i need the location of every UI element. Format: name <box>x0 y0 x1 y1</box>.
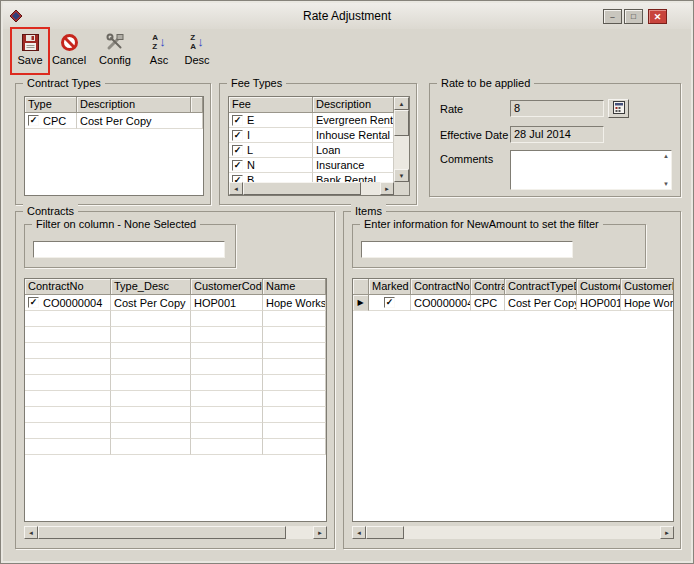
fee-type-row[interactable]: ✓N Insurance <box>229 158 394 173</box>
minimize-button[interactable]: – <box>603 9 622 24</box>
checkbox[interactable]: ✓ <box>232 160 243 171</box>
contract-types-group: Contract Types Type Description ✓ CPC Co… <box>15 83 211 205</box>
item-contract-type: Cost Per Copy <box>505 295 577 311</box>
scroll-up-button[interactable]: ▲ <box>394 97 409 110</box>
rate-group: Rate to be applied Rate 8 Effective Date… <box>429 83 681 197</box>
fee-description: Loan <box>313 143 394 158</box>
contracts-filter-input[interactable] <box>33 241 225 258</box>
scrollbar-track[interactable] <box>394 136 409 169</box>
contract-types-header: Type Description <box>25 97 203 113</box>
empty-row <box>25 407 326 423</box>
scrollbar-thumb[interactable] <box>38 526 286 539</box>
column-header-description[interactable]: Description <box>77 97 191 113</box>
fee-types-vertical-scrollbar[interactable]: ▲ ▼ <box>394 97 409 182</box>
column-header-fee[interactable]: Fee <box>229 97 313 113</box>
contract-row[interactable]: ✓ CO0000004 Cost Per Copy HOP001 Hope Wo… <box>25 295 326 311</box>
scroll-right-button[interactable]: ► <box>660 526 674 539</box>
check-icon: ✓ <box>234 161 242 170</box>
column-header-blank <box>191 97 203 113</box>
column-header-contra[interactable]: Contra <box>471 279 505 295</box>
column-header-type-desc[interactable]: Type_Desc <box>111 279 191 295</box>
empty-row <box>25 359 326 375</box>
comments-label: Comments <box>440 153 493 165</box>
scroll-left-button[interactable]: ◄ <box>352 526 366 539</box>
checkbox[interactable]: ✓ <box>384 297 395 308</box>
items-filter-title: Enter information for NewAmount to set t… <box>360 217 603 231</box>
fee-type-row[interactable]: ✓E Evergreen Rent <box>229 113 394 128</box>
fee-types-grid: Fee Description ✓E Evergreen Rent ✓I Inh… <box>228 96 410 196</box>
contracts-group: Contracts Filter on column - None Select… <box>15 211 335 549</box>
scrollbar-track[interactable] <box>361 182 380 195</box>
window-title: Rate Adjustment <box>3 9 691 23</box>
scroll-left-button[interactable]: ◄ <box>229 182 243 195</box>
column-header-customername[interactable]: CustomerName <box>621 279 674 295</box>
column-header-name[interactable]: Name <box>263 279 326 295</box>
contract-types-grid: Type Description ✓ CPC Cost Per Copy <box>24 96 204 196</box>
save-button[interactable]: Save <box>13 31 47 74</box>
contract-type-code: CPC <box>43 115 66 127</box>
checkbox[interactable]: ✓ <box>232 175 243 183</box>
column-header-type[interactable]: Type <box>25 97 77 113</box>
item-customer: HOP001 <box>577 295 621 311</box>
items-filter-input[interactable] <box>361 241 573 258</box>
column-header-contractno[interactable]: ContractNo <box>25 279 111 295</box>
rate-input[interactable]: 8 <box>510 100 604 117</box>
fee-description: Evergreen Rent <box>313 113 394 128</box>
effective-date-input[interactable]: 28 Jul 2014 <box>510 126 604 143</box>
checkbox[interactable]: ✓ <box>28 115 39 126</box>
up-arrow-icon: ▲ <box>399 101 405 107</box>
scrollbar-track[interactable] <box>286 526 313 539</box>
title-bar[interactable]: Rate Adjustment – □ ✕ <box>3 3 691 29</box>
sort-desc-button[interactable]: Z A ↓ Desc <box>179 31 215 74</box>
column-header-customer[interactable]: Customer <box>577 279 621 295</box>
contracts-horizontal-scrollbar[interactable]: ◄ ► <box>24 526 327 539</box>
comments-scroll-down-icon[interactable]: ▼ <box>663 181 669 187</box>
fee-type-row[interactable]: ✓B Bank Rental <box>229 173 394 182</box>
cancel-button[interactable]: Cancel <box>49 31 89 74</box>
item-row[interactable]: ▶ ✓ CO0000004 CPC Cost Per Copy HOP001 H… <box>353 295 673 311</box>
config-button[interactable]: Config <box>95 31 135 74</box>
items-filter-group: Enter information for NewAmount to set t… <box>352 224 646 268</box>
check-icon: ✓ <box>30 116 38 125</box>
fee-type-row[interactable]: ✓I Inhouse Rental <box>229 128 394 143</box>
items-group: Items Enter information for NewAmount to… <box>343 211 681 549</box>
maximize-button[interactable]: □ <box>624 9 643 24</box>
row-selector-icon: ▶ <box>357 298 363 307</box>
calculator-icon <box>613 101 625 116</box>
scroll-left-button[interactable]: ◄ <box>24 526 38 539</box>
column-header-row-selector <box>353 279 369 295</box>
scroll-right-button[interactable]: ► <box>313 526 327 539</box>
fee-types-horizontal-scrollbar[interactable]: ◄ ► <box>229 182 394 195</box>
check-icon: ✓ <box>234 116 242 125</box>
scroll-down-button[interactable]: ▼ <box>394 169 409 182</box>
items-horizontal-scrollbar[interactable]: ◄ ► <box>352 526 674 539</box>
column-header-contractno[interactable]: ContractNo <box>411 279 471 295</box>
contracts-filter-title: Filter on column - None Selected <box>32 217 200 231</box>
scrollbar-thumb[interactable] <box>366 526 404 539</box>
column-header-description[interactable]: Description <box>313 97 394 113</box>
save-button-label: Save <box>17 54 42 66</box>
column-header-customercode[interactable]: CustomerCode <box>191 279 263 295</box>
scroll-right-button[interactable]: ► <box>380 182 394 195</box>
close-button[interactable]: ✕ <box>648 9 667 24</box>
checkbox[interactable]: ✓ <box>232 130 243 141</box>
fee-code: L <box>247 144 253 156</box>
rate-calculator-button[interactable] <box>608 99 629 118</box>
scrollbar-track[interactable] <box>404 526 660 539</box>
scrollbar-thumb[interactable] <box>394 110 409 136</box>
column-header-contracttyped[interactable]: ContractTypeD <box>505 279 577 295</box>
checkbox[interactable]: ✓ <box>28 297 39 308</box>
checkbox[interactable]: ✓ <box>232 115 243 126</box>
column-header-marked[interactable]: Marked <box>369 279 411 295</box>
checkbox[interactable]: ✓ <box>232 145 243 156</box>
scrollbar-thumb[interactable] <box>243 182 361 195</box>
contract-type-row[interactable]: ✓ CPC Cost Per Copy <box>25 113 203 129</box>
sort-asc-button[interactable]: A Z ↓ Asc <box>143 31 175 74</box>
fee-type-row[interactable]: ✓L Loan <box>229 143 394 158</box>
comments-scroll-up-icon[interactable]: ▲ <box>663 153 669 159</box>
sort-arrow-icon: ↓ <box>159 34 166 50</box>
fee-code: B <box>247 174 254 182</box>
comments-input[interactable]: ▲ ▼ <box>510 150 672 190</box>
contract-types-title: Contract Types <box>23 76 105 90</box>
close-icon: ✕ <box>654 13 662 21</box>
